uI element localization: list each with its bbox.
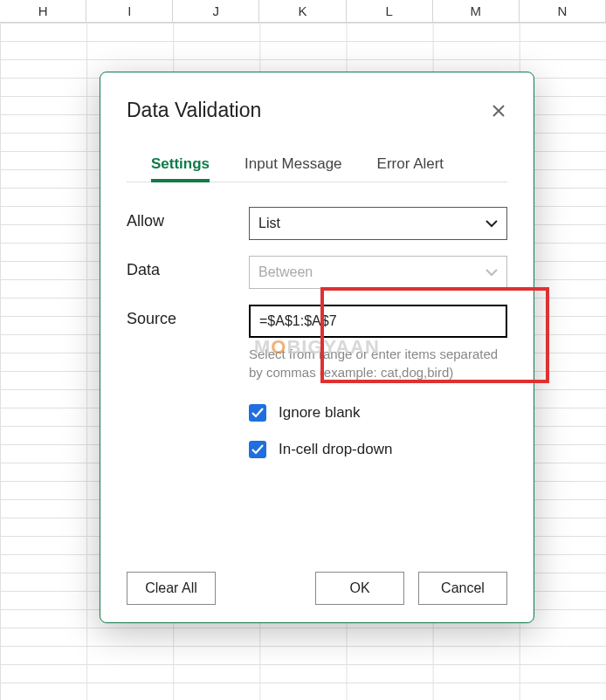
source-label: Source (127, 305, 249, 328)
col-header[interactable]: M (433, 0, 520, 22)
ok-button[interactable]: OK (315, 572, 404, 605)
column-headers: H I J K L M N (0, 0, 606, 23)
tab-input-message[interactable]: Input Message (244, 155, 342, 182)
source-hint: Select from range or enter items separat… (249, 345, 507, 381)
cancel-button[interactable]: Cancel (418, 572, 507, 605)
incell-dropdown-label: In-cell drop-down (279, 441, 392, 458)
ignore-blank-checkbox[interactable]: Ignore blank (249, 404, 507, 422)
clear-all-button[interactable]: Clear All (127, 572, 216, 605)
source-input[interactable] (249, 305, 507, 338)
col-header[interactable]: K (259, 0, 346, 22)
col-header[interactable]: L (347, 0, 433, 22)
data-label: Data (127, 256, 249, 279)
allow-label: Allow (127, 207, 249, 230)
chevron-down-icon (485, 219, 498, 228)
checkbox-checked-icon (249, 441, 266, 458)
dialog-title: Data Validation (127, 99, 261, 122)
col-header[interactable]: H (0, 0, 86, 22)
data-validation-dialog: Data Validation Settings Input Message E… (100, 72, 534, 623)
close-icon (492, 104, 506, 118)
incell-dropdown-checkbox[interactable]: In-cell drop-down (249, 441, 507, 458)
checkbox-checked-icon (249, 404, 266, 422)
close-button[interactable] (490, 102, 507, 120)
col-header[interactable]: J (173, 0, 259, 22)
col-header[interactable]: N (520, 0, 606, 22)
ignore-blank-label: Ignore blank (279, 404, 361, 422)
allow-value: List (258, 216, 280, 231)
data-select: Between (249, 256, 507, 289)
col-header[interactable]: I (86, 0, 173, 22)
data-value: Between (258, 264, 313, 280)
tab-bar: Settings Input Message Error Alert (127, 155, 507, 182)
tab-settings[interactable]: Settings (151, 155, 210, 182)
tab-error-alert[interactable]: Error Alert (377, 155, 444, 182)
chevron-down-icon (485, 268, 498, 277)
allow-select[interactable]: List (249, 207, 507, 240)
